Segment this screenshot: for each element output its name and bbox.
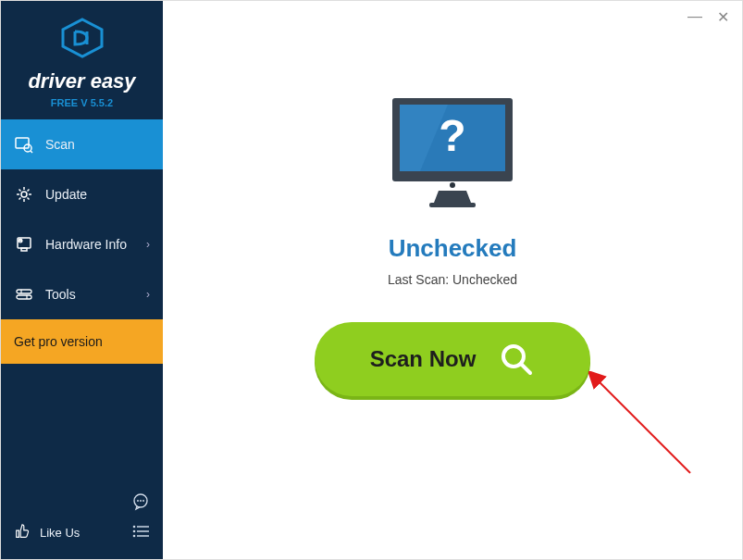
version-label: FREE V 5.5.2 (10, 97, 154, 108)
status-text: Unchecked (389, 234, 517, 263)
svg-rect-7 (21, 248, 27, 251)
svg-line-31 (598, 380, 690, 473)
pro-label: Get pro version (14, 334, 103, 349)
sidebar-item-scan[interactable]: Scan (1, 119, 163, 169)
monitor-illustration: ? (383, 93, 522, 218)
titlebar: — ✕ (675, 1, 742, 33)
last-scan-label: Last Scan: Unchecked (388, 272, 517, 287)
sidebar-item-label: Update (45, 187, 87, 202)
brand-name: driver easy (10, 69, 154, 93)
sidebar-item-update[interactable]: Update (1, 169, 163, 219)
svg-point-13 (137, 500, 139, 502)
logo-icon (10, 18, 154, 62)
sidebar-footer: Like Us (1, 483, 163, 559)
like-us-label: Like Us (40, 526, 80, 540)
annotation-arrow (588, 371, 709, 492)
main-content: ? Unchecked Last Scan: Unchecked Scan No… (163, 1, 742, 559)
scan-button-label: Scan Now (370, 346, 477, 372)
svg-point-5 (21, 192, 27, 197)
close-icon[interactable]: ✕ (717, 8, 729, 26)
nav: Scan Update i Hardware Info › Tools (1, 119, 163, 319)
sidebar: driver easy FREE V 5.5.2 Scan Update i (1, 1, 163, 559)
gear-icon (14, 184, 34, 205)
app-window: — ✕ driver easy FREE V 5.5.2 Scan (0, 0, 743, 560)
svg-point-15 (142, 500, 144, 502)
tools-icon (14, 284, 34, 305)
feedback-icon[interactable] (131, 492, 150, 515)
sidebar-item-hardware[interactable]: i Hardware Info › (1, 219, 163, 269)
svg-line-29 (521, 364, 530, 373)
svg-rect-27 (429, 203, 476, 207)
svg-point-14 (140, 500, 142, 502)
svg-marker-0 (63, 19, 102, 56)
svg-rect-2 (16, 138, 29, 148)
chevron-right-icon: › (146, 238, 150, 251)
sidebar-item-label: Tools (45, 287, 76, 302)
sidebar-spacer (1, 364, 163, 483)
footer-right-icons (131, 492, 150, 542)
svg-point-20 (133, 535, 136, 538)
get-pro-button[interactable]: Get pro version (1, 319, 163, 364)
sidebar-item-label: Scan (45, 137, 75, 152)
chevron-right-icon: › (146, 288, 150, 301)
thumbs-up-icon (14, 523, 31, 542)
search-icon (498, 341, 535, 378)
svg-text:i: i (20, 239, 21, 243)
sidebar-item-label: Hardware Info (45, 237, 127, 252)
logo-area: driver easy FREE V 5.5.2 (1, 1, 163, 119)
svg-line-4 (31, 151, 32, 153)
menu-icon[interactable] (131, 524, 150, 542)
svg-point-16 (133, 526, 136, 529)
svg-text:?: ? (439, 111, 465, 160)
sidebar-item-tools[interactable]: Tools › (1, 269, 163, 319)
scan-icon (14, 134, 34, 155)
svg-point-18 (133, 530, 136, 533)
svg-point-26 (450, 182, 455, 188)
scan-now-button[interactable]: Scan Now (315, 322, 591, 396)
hardware-icon: i (14, 234, 34, 255)
minimize-icon[interactable]: — (687, 8, 702, 26)
like-us-button[interactable]: Like Us (14, 523, 80, 542)
